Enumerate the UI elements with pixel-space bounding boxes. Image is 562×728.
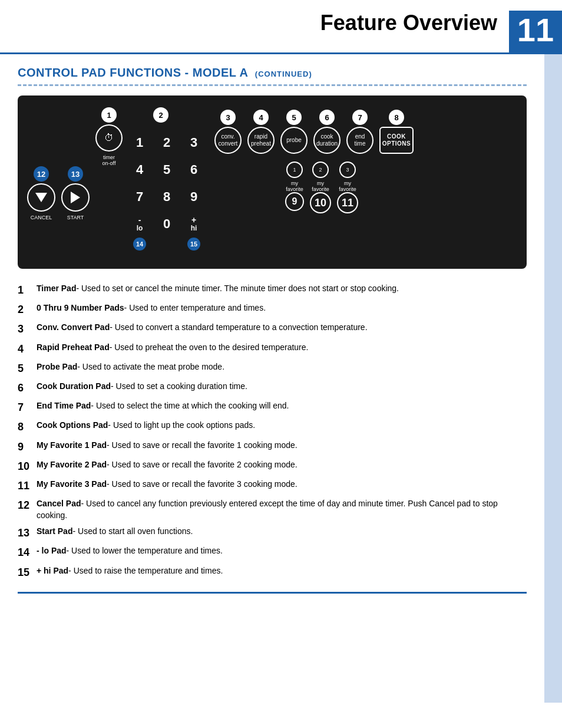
desc-item-9: 9 My Favorite 1 Pad- Used to save or rec… <box>18 440 527 454</box>
desc-item-13: 13 Start Pad- Used to start all oven fun… <box>18 526 527 541</box>
rapid-preheat-button[interactable]: rapidpreheat <box>247 127 275 154</box>
desc-text: Start Pad- Used to start all oven functi… <box>37 526 193 538</box>
desc-number: 8 <box>18 420 37 434</box>
footer-line <box>18 592 527 594</box>
key-0[interactable]: 0 <box>154 212 179 236</box>
rapid-badge: 4 <box>253 110 269 125</box>
desc-number: 15 <box>18 565 37 580</box>
key-7[interactable]: 7 <box>127 185 152 209</box>
desc-bold: Conv. Convert Pad <box>37 322 110 332</box>
desc-number: 11 <box>18 479 37 493</box>
desc-text: Cook Options Pad- Used to light up the c… <box>37 420 255 431</box>
desc-item-15: 15 + hi Pad- Used to raise the temperatu… <box>18 565 527 580</box>
key-6[interactable]: 6 <box>181 157 206 182</box>
fav1-inner-badge: 1 <box>286 162 303 178</box>
fav2-label: myfavorite <box>312 180 329 192</box>
key-hi[interactable]: +hi <box>191 212 197 236</box>
desc-bold: My Favorite 3 Pad <box>37 479 107 489</box>
desc-item-1: 1 Timer Pad- Used to set or cancel the m… <box>18 283 527 298</box>
cook-options-button[interactable]: COOKOPTIONS <box>379 127 414 154</box>
top-function-row: 3 conv.convert 4 rapidpreheat 5 probe <box>214 110 517 156</box>
desc-text: 0 Thru 9 Number Pads- Used to enter temp… <box>37 302 266 314</box>
desc-number: 6 <box>18 381 37 396</box>
conv-badge: 3 <box>220 110 236 125</box>
fav1-group: 1 myfavorite 9 <box>285 162 304 211</box>
key-1[interactable]: 1 <box>127 130 152 155</box>
desc-text: My Favorite 1 Pad- Used to save or recal… <box>37 440 297 452</box>
cook-duration-button[interactable]: cookduration <box>313 127 340 154</box>
numpad-badge-2: 2 <box>153 107 168 123</box>
desc-item-4: 4 Rapid Preheat Pad- Used to preheat the… <box>18 342 527 357</box>
desc-bold: End Time Pad <box>37 401 91 410</box>
start-btn-group: 13 START <box>61 107 90 220</box>
cancel-btn-group: 12 CANCEL <box>27 166 55 220</box>
fav2-inner-badge: 2 <box>312 162 329 178</box>
probe-badge: 5 <box>286 110 302 125</box>
cancel-badge: 12 <box>34 166 49 182</box>
desc-item-8: 8 Cook Options Pad- Used to light up the… <box>18 420 527 434</box>
desc-text: - lo Pad- Used to lower the temperature … <box>37 545 223 557</box>
fav3-button[interactable]: 11 <box>337 192 358 213</box>
hi-key-group: +hi 15 <box>181 212 206 252</box>
desc-bold: Rapid Preheat Pad <box>37 342 110 352</box>
start-badge: 13 <box>68 166 83 182</box>
fav3-group: 3 myfavorite 11 <box>337 162 358 213</box>
desc-bold: - lo Pad <box>37 546 67 555</box>
fav3-label: myfavorite <box>339 180 356 192</box>
hi-badge: 15 <box>187 238 200 251</box>
desc-bold: My Favorite 2 Pad <box>37 460 107 469</box>
key-3[interactable]: 3 <box>181 130 206 155</box>
desc-bold: Cancel Pad <box>37 499 81 508</box>
timer-group: 1 ⏱ timeron-off <box>95 107 123 166</box>
numpad-with-badges: 2 1 2 3 4 5 6 7 8 9 <box>125 107 209 257</box>
desc-number: 3 <box>18 322 37 337</box>
desc-item-6: 6 Cook Duration Pad- Used to set a cooki… <box>18 381 527 396</box>
timer-label: timeron-off <box>103 154 116 166</box>
fav2-group: 2 myfavorite 10 <box>310 162 331 213</box>
desc-number: 5 <box>18 361 37 376</box>
page-layout: CONTROL PAD FUNCTIONS - MODEL A (CONTINU… <box>0 54 562 703</box>
desc-number: 10 <box>18 459 37 474</box>
desc-text: Rapid Preheat Pad- Used to preheat the o… <box>37 342 308 354</box>
start-icon <box>71 192 80 203</box>
key-8[interactable]: 8 <box>154 185 179 209</box>
desc-number: 14 <box>18 545 37 560</box>
desc-bold: Cook Duration Pad <box>37 381 111 391</box>
end-time-badge: 7 <box>352 110 368 125</box>
key-4[interactable]: 4 <box>127 157 152 182</box>
conv-convert-button[interactable]: conv.convert <box>214 127 242 154</box>
lo-key-group: -lo 14 <box>127 212 152 252</box>
section-title: CONTROL PAD FUNCTIONS - MODEL A (CONTINU… <box>18 66 527 80</box>
start-button[interactable] <box>61 183 90 212</box>
key-5[interactable]: 5 <box>154 157 179 182</box>
desc-number: 7 <box>18 400 37 415</box>
desc-bold: My Favorite 1 Pad <box>37 440 107 450</box>
cancel-button[interactable] <box>27 183 55 212</box>
desc-item-12: 12 Cancel Pad- Used to cancel any functi… <box>18 498 527 521</box>
desc-item-14: 14 - lo Pad- Used to lower the temperatu… <box>18 545 527 560</box>
probe-group: 5 probe <box>280 110 308 156</box>
cancel-icon <box>35 193 47 202</box>
key-2[interactable]: 2 <box>154 130 179 155</box>
fav1-button[interactable]: 9 <box>285 192 304 211</box>
desc-text: My Favorite 3 Pad- Used to save or recal… <box>37 479 297 490</box>
main-content: CONTROL PAD FUNCTIONS - MODEL A (CONTINU… <box>0 54 544 703</box>
desc-item-11: 11 My Favorite 3 Pad- Used to save or re… <box>18 479 527 493</box>
rapid-preheat-group: 4 rapidpreheat <box>247 110 275 156</box>
probe-button[interactable]: probe <box>280 127 308 154</box>
right-function-section: 3 conv.convert 4 rapidpreheat 5 probe <box>214 107 517 213</box>
fav2-button[interactable]: 10 <box>310 192 331 213</box>
key-lo[interactable]: -lo <box>137 212 143 236</box>
desc-number: 9 <box>18 440 37 454</box>
desc-number: 4 <box>18 342 37 357</box>
timer-badge: 1 <box>101 107 117 123</box>
cancel-start-section: 12 CANCEL <box>27 107 55 220</box>
cook-options-group: 8 COOKOPTIONS <box>379 110 414 156</box>
right-sidebar <box>544 54 562 703</box>
conv-convert-group: 3 conv.convert <box>214 110 242 156</box>
desc-bold: Timer Pad <box>37 284 76 293</box>
key-9[interactable]: 9 <box>181 185 206 209</box>
end-time-button[interactable]: endtime <box>346 127 373 154</box>
timer-button[interactable]: ⏱ <box>95 124 123 151</box>
desc-bold: Cook Options Pad <box>37 420 108 430</box>
